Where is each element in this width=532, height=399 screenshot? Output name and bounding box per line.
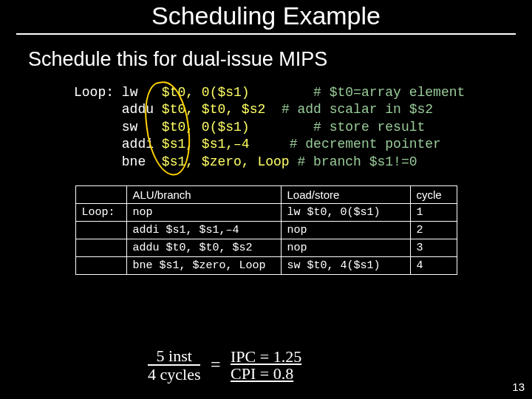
hw-frac-top: 5 inst <box>148 347 200 366</box>
th-label <box>75 185 126 203</box>
table-row: addu $t0, $t0, $s2 nop 3 <box>75 239 457 256</box>
code-cmt-0: # $t0=array element <box>313 85 465 100</box>
table-row: Loop: nop lw $t0, 0($s1) 1 <box>75 203 457 221</box>
table-row: bne $s1, $zero, Loop sw $t0, 4($s1) 4 <box>75 256 457 274</box>
code-label: Loop: <box>74 85 114 100</box>
th-cycle: cycle <box>410 185 457 203</box>
cell-ls: sw $t0, 4($s1) <box>281 256 410 274</box>
cell-cyc: 3 <box>410 239 457 256</box>
table-header-row: ALU/branch Load/store cycle <box>75 185 457 203</box>
schedule-table: ALU/branch Load/store cycle Loop: nop lw… <box>75 185 457 275</box>
cell-ls: nop <box>281 221 410 239</box>
code-op-1: addu <box>122 102 154 117</box>
code-cmt-1: # add scalar in $s2 <box>282 102 433 117</box>
cell-ls: nop <box>281 239 410 256</box>
code-cmt-4: # branch $s1!=0 <box>297 154 417 169</box>
cell-alu: bne $s1, $zero, Loop <box>126 256 281 274</box>
code-args-3: $s1, $s1,–4 <box>162 137 250 151</box>
cell-cyc: 2 <box>410 221 457 239</box>
th-ls: Load/store <box>281 185 410 203</box>
hw-fraction: 5 inst 4 cycles <box>148 347 200 383</box>
code-cmt-3: # decrement pointer <box>290 137 441 151</box>
cell-label <box>75 221 126 239</box>
hw-cpi: CPI = 0.8 <box>231 365 301 382</box>
code-args-0: $t0, 0($s1) <box>162 85 250 100</box>
cell-alu: nop <box>126 203 281 221</box>
cell-label: Loop: <box>75 203 126 221</box>
page-title: Scheduling Example <box>0 0 532 33</box>
slide: Scheduling Example Schedule this for dua… <box>0 0 532 399</box>
code-block: Loop: lw $t0, 0($s1) # $t0=array element… <box>74 84 532 171</box>
cell-cyc: 4 <box>410 256 457 274</box>
cell-alu: addu $t0, $t0, $s2 <box>126 239 281 256</box>
hw-ipc: IPC = 1.25 <box>231 348 301 365</box>
equals-icon: = <box>211 355 221 374</box>
cell-label <box>75 256 126 274</box>
cell-label <box>75 239 126 256</box>
code-args-1: $t0, $t0, $s2 <box>162 102 265 117</box>
cell-alu: addi $s1, $s1,–4 <box>126 221 281 239</box>
code-op-2: sw <box>122 120 138 134</box>
subtitle: Schedule this for dual-issue MIPS <box>28 48 532 71</box>
handwritten-annotation: 5 inst 4 cycles = IPC = 1.25 CPI = 0.8 <box>148 347 301 383</box>
th-alu: ALU/branch <box>126 185 281 203</box>
hw-frac-bot: 4 cycles <box>148 366 200 383</box>
code-args-4: $s1, $zero, Loop <box>162 154 290 169</box>
cell-cyc: 1 <box>410 203 457 221</box>
cell-ls: lw $t0, 0($s1) <box>281 203 410 221</box>
hw-results: IPC = 1.25 CPI = 0.8 <box>231 348 301 382</box>
code-op-3: addi <box>122 137 154 151</box>
table-row: addi $s1, $s1,–4 nop 2 <box>75 221 457 239</box>
code-op-4: bne <box>122 154 146 169</box>
code-op-0: lw <box>122 85 138 100</box>
page-number: 13 <box>512 381 525 393</box>
code-args-2: $t0, 0($s1) <box>162 120 250 134</box>
code-cmt-2: # store result <box>313 120 425 134</box>
title-rule <box>16 33 516 35</box>
